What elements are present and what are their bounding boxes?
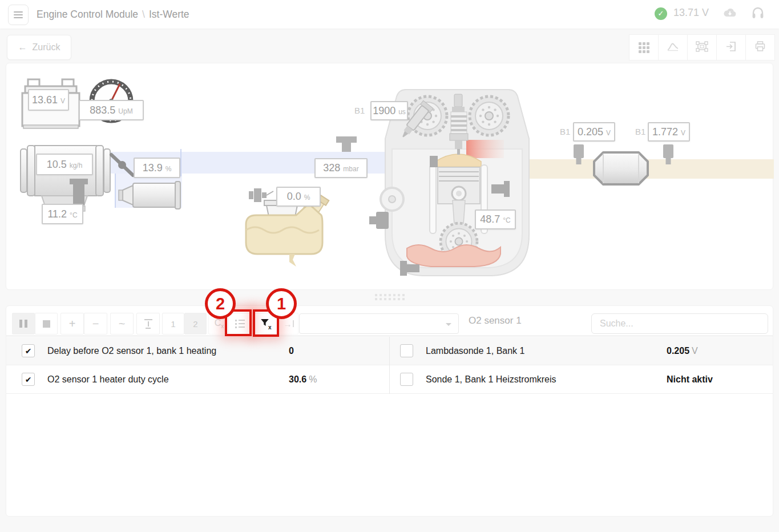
page-2-button[interactable]: 2 [184,313,207,334]
minus-icon: − [92,317,99,331]
measurement-label: Sonde 1, Bank 1 Heizstromkreis [426,374,556,385]
battery-voltage-status: 13.71 V [673,7,709,19]
search-input[interactable] [591,313,768,334]
maf-flow-box: 10.5kg/h [36,154,93,175]
table-row[interactable]: Lambdasonde 1, Bank 1 0.205V [390,337,773,365]
fit-screen-icon [696,41,708,54]
export-button[interactable] [716,34,746,61]
coolant-temp-box: 48.7°C [475,209,516,229]
engine-rpm-box: 883.5UpM [79,100,144,120]
measurement-value: 0.205V [667,346,698,356]
breadcrumb-module: Engine Control Module [37,9,138,20]
manifold-pressure-box: 328mbar [314,158,368,178]
wave-icon: ~ [119,317,126,331]
battery-voltage-box: 13.61V [28,89,69,111]
table-row[interactable]: ✔ Delay before O2 sensor 1, bank 1 heati… [6,337,389,365]
measurement-value: Nicht aktiv [667,374,715,385]
connection-ok-icon: ✓ [655,7,667,20]
table-row[interactable]: ✔ O2 sensor 1 heater duty cycle 30.6% [6,365,389,394]
checkbox[interactable]: ✔ [22,373,35,386]
chart-view-button[interactable] [658,34,688,61]
back-button-label: Zurück [33,42,60,53]
intake-temp-box: 11.2°C [42,204,83,224]
headset-icon[interactable] [751,6,765,22]
throttle-position-box: 13.9% [134,158,180,178]
zoom-in-button[interactable]: + [60,313,84,334]
hamburger-menu-button[interactable] [8,5,29,25]
measurement-value: 30.6% [289,374,317,385]
skip-next-icon: → [284,319,294,329]
breadcrumb-page: Ist-Werte [149,9,189,20]
arrow-left-icon: ← [18,42,27,53]
page-1-button[interactable]: 1 [162,313,184,334]
checkbox[interactable]: ✔ [22,344,35,357]
pause-button[interactable] [12,313,35,334]
engine-diagram-panel: 13.61V 883.5UpM 10.5kg/h 11.2°C 13.9% 32… [6,63,773,290]
measurement-label: Lambdasonde 1, Bank 1 [426,346,524,356]
table-column-left: ✔ Delay before O2 sensor 1, bank 1 heati… [6,337,390,394]
header-bar: Engine Control Module\Ist-Werte ✓ 13.71 … [0,0,779,29]
o2-post-cat-bank-label: B1 [635,127,645,136]
table-column-right: Lambdasonde 1, Bank 1 0.205V Sonde 1, Ba… [390,337,773,394]
measurement-group-label: O2 sensor 1 [469,315,522,327]
fit-screen-button[interactable] [687,34,717,61]
measurements-table: ✔ Delay before O2 sensor 1, bank 1 heati… [6,337,773,394]
breadcrumb: Engine Control Module\Ist-Werte [37,0,189,29]
breadcrumb-separator: \ [142,9,145,20]
chevron-down-icon [446,323,451,326]
pause-icon [19,320,27,328]
engine-diagram-graphic [6,63,774,291]
callout-circle-1: 1 [266,288,297,319]
app-window: Engine Control Module\Ist-Werte ✓ 13.71 … [0,0,779,532]
measurements-toolbar: + − ~ 1 2 Cx x → O2 senso [6,306,773,336]
measurements-panel: + − ~ 1 2 Cx x → O2 senso [6,305,773,517]
back-button[interactable]: ← Zurück [7,35,71,60]
injection-time-box: 1900us [370,101,408,120]
callout-circle-2: 2 [205,288,236,319]
row-height-icon [144,319,152,329]
o2-pre-cat-box: 0.205V [573,122,615,142]
cloud-download-icon[interactable] [723,7,737,21]
measurement-value: 0 [289,346,296,356]
o2-post-cat-box: 1.772V [648,122,690,142]
measurement-label: O2 sensor 1 heater duty cycle [47,374,169,385]
view-toolbar [629,34,775,61]
zoom-out-button[interactable]: − [84,313,107,334]
purge-valve-box: 0.0% [276,187,321,207]
panel-resize-grip[interactable] [375,294,405,300]
grid-icon [639,42,649,53]
measurement-group-select[interactable] [299,313,459,334]
measurement-label: Delay before O2 sensor 1, bank 1 heating [47,346,216,356]
plus-icon: + [69,317,76,331]
o2-pre-cat-bank-label: B1 [560,127,570,136]
grid-view-button[interactable] [629,34,659,61]
export-icon [725,41,737,54]
stop-icon [43,320,50,328]
line-chart-icon [667,41,679,54]
printer-icon [754,41,766,54]
clear-values-icon: Cx [215,318,224,329]
print-button[interactable] [745,34,775,61]
stop-button[interactable] [35,313,58,334]
injection-bank-label: B1 [354,106,365,115]
table-row[interactable]: Sonde 1, Bank 1 Heizstromkreis Nicht akt… [390,365,773,394]
graph-mode-button[interactable]: ~ [110,313,134,334]
row-height-button[interactable] [136,313,160,334]
checkbox[interactable] [400,344,413,357]
checkbox[interactable] [400,373,413,386]
